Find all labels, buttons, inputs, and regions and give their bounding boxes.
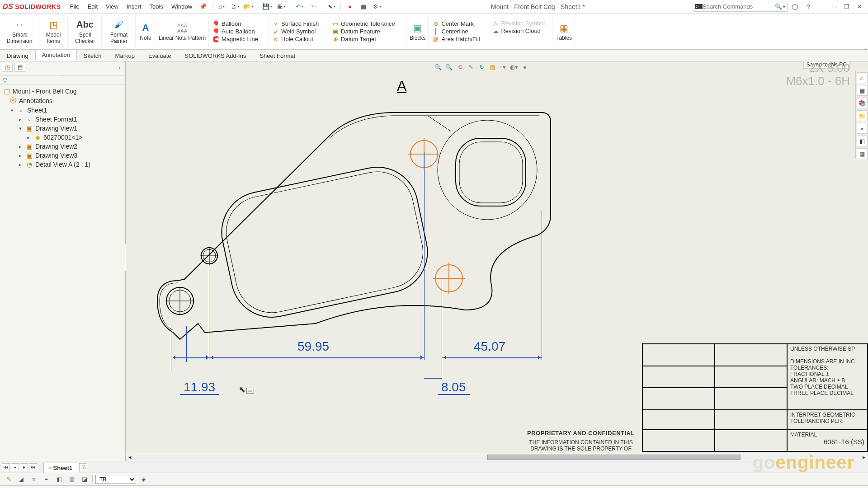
center-mark-button[interactable]: ⊕Center Mark: [432, 20, 474, 28]
restore-inner-button[interactable]: ▭: [828, 2, 840, 12]
dimension-3[interactable]: 8.05: [438, 380, 470, 394]
next-sheet-button[interactable]: ▸: [20, 463, 28, 471]
weld-symbol-button[interactable]: ↙Weld Symbol: [272, 28, 316, 35]
tab-evaluate[interactable]: Evaluate: [142, 50, 178, 61]
pin-icon[interactable]: 📌: [197, 2, 209, 12]
select-button[interactable]: ⬉: [325, 2, 338, 12]
save-button[interactable]: 💾: [261, 2, 274, 12]
property-tab[interactable]: ▤: [14, 63, 25, 72]
grid-button[interactable]: ▦: [357, 2, 370, 12]
tables-button[interactable]: ▦ Tables: [553, 16, 575, 47]
section-view-icon[interactable]: ✎: [466, 62, 476, 72]
line-format-icon[interactable]: ✎: [4, 475, 14, 484]
hide-show-icon[interactable]: ▦: [487, 62, 497, 72]
drawing-canvas[interactable]: Saved to this PC 2X 5.00 M6x1.0 - 6H 🔍 🔍…: [126, 61, 868, 461]
menu-window[interactable]: Window: [168, 2, 196, 11]
layer-select[interactable]: TB: [95, 475, 136, 484]
line-thickness-icon[interactable]: ≡: [29, 475, 39, 484]
note-button[interactable]: A Note: [137, 16, 155, 47]
datum-target-button[interactable]: ⊕Datum Target: [332, 36, 376, 43]
tree-sheet-format[interactable]: ▸▫Sheet Format1: [1, 115, 124, 124]
tree-part-ref[interactable]: ▸◆60270001<1>: [1, 133, 124, 142]
line-style-icon[interactable]: ┅: [42, 475, 52, 484]
edit-scene-icon[interactable]: ▫▾: [498, 62, 508, 72]
3d-view-icon[interactable]: ●: [520, 62, 530, 72]
tree-drawing-view2[interactable]: ▸▣Drawing View2: [1, 142, 124, 151]
auto-balloon-button[interactable]: 🎈Auto Balloon: [212, 28, 255, 35]
restore-button[interactable]: ❐: [841, 2, 853, 12]
model-items-button[interactable]: ◳ Model Items: [39, 16, 68, 47]
minimize-button[interactable]: —: [816, 2, 827, 12]
surface-finish-button[interactable]: √Surface Finish: [272, 20, 319, 28]
tab-sheet-format[interactable]: Sheet Format: [253, 50, 302, 61]
format-painter-button[interactable]: 🖌 Format Painter: [103, 16, 136, 47]
view-setting-icon[interactable]: ◐▾: [509, 62, 519, 72]
home-tab-icon[interactable]: ⌂: [857, 72, 868, 83]
dimension-2[interactable]: 59.95: [297, 339, 329, 354]
collapse-ribbon-icon[interactable]: ˆ: [864, 49, 866, 55]
dimension-1[interactable]: 11.93: [180, 380, 219, 394]
hole-callout-button[interactable]: ⌀Hole Callout: [272, 36, 313, 43]
menu-tools[interactable]: Tools: [146, 2, 167, 11]
sheet1-tab[interactable]: ▫Sheet1: [43, 463, 78, 473]
smart-dimension-button[interactable]: ↔ Smart Dimension: [1, 16, 38, 47]
prev-sheet-button[interactable]: ◂: [11, 463, 19, 471]
tab-drawing[interactable]: Drawing: [0, 50, 35, 61]
tree-drawing-view1[interactable]: ▾▣Drawing View1: [1, 124, 124, 133]
tree-drawing-view3[interactable]: ▸▣Drawing View3: [1, 151, 124, 160]
feature-tree-tab[interactable]: ◳: [2, 63, 13, 72]
new-button[interactable]: 🗋: [229, 2, 241, 12]
datum-feature-button[interactable]: ▣Datum Feature: [332, 28, 380, 35]
balloon-button[interactable]: 🎈Balloon: [212, 20, 241, 28]
detail-label-a[interactable]: A: [397, 78, 406, 94]
help-icon[interactable]: ?: [802, 2, 815, 12]
hide-show-edge-icon[interactable]: ◧: [54, 475, 64, 484]
close-button[interactable]: ✕: [854, 2, 865, 12]
add-sheet-button[interactable]: ◲: [79, 463, 87, 471]
undo-button[interactable]: ↶: [293, 2, 306, 12]
tab-markup[interactable]: Markup: [108, 50, 142, 61]
prev-view-icon[interactable]: ⟲: [455, 62, 465, 72]
zoom-fit-icon[interactable]: 🔍: [433, 62, 443, 72]
search-input[interactable]: [703, 3, 775, 10]
resources-tab-icon[interactable]: ▤: [857, 85, 868, 96]
last-sheet-button[interactable]: ⏭: [29, 463, 37, 471]
appearances-icon[interactable]: ◧: [857, 136, 868, 146]
revision-symbol-button[interactable]: △Revision Symbol: [492, 20, 545, 27]
options-button[interactable]: ⚙: [371, 2, 383, 12]
spell-checker-button[interactable]: Abc Spell Checker: [69, 16, 102, 47]
dimension-4[interactable]: 45.07: [474, 339, 505, 354]
magnetic-line-button[interactable]: 🧲Magnetic Line: [212, 36, 258, 43]
menu-insert[interactable]: Insert: [123, 2, 145, 11]
area-hatch-button[interactable]: ▨Area Hatch/Fill: [432, 36, 480, 43]
tree-sheet[interactable]: ▾▫Sheet1: [1, 106, 124, 115]
menu-file[interactable]: File: [66, 2, 83, 11]
tab-sketch[interactable]: Sketch: [77, 50, 108, 61]
open-button[interactable]: 📂: [242, 2, 255, 12]
tree-root[interactable]: ◳Mount - Front Belt Cog: [1, 87, 124, 96]
line-color-icon[interactable]: ◢: [16, 475, 26, 484]
view-palette-icon[interactable]: ●: [857, 123, 868, 134]
redo-button[interactable]: ↷: [307, 2, 319, 12]
print-button[interactable]: 🖶: [274, 2, 287, 12]
design-library-icon[interactable]: 📚: [857, 98, 868, 108]
geometric-tolerance-button[interactable]: ▭Geometric Tolerance: [332, 20, 395, 28]
display-style-icon[interactable]: ↻: [476, 62, 486, 72]
tree-detail-view[interactable]: ▸◔Detail View A (2 : 1): [1, 160, 124, 169]
custom-props-icon[interactable]: ▦: [857, 148, 868, 159]
color-display-icon[interactable]: ▥: [67, 475, 77, 484]
expand-panel-icon[interactable]: ›: [118, 64, 123, 71]
revision-cloud-button[interactable]: ☁Revision Cloud: [492, 28, 540, 35]
search-icon[interactable]: 🔍: [775, 3, 782, 10]
file-explorer-icon[interactable]: 📁: [857, 110, 868, 121]
user-icon[interactable]: ◯: [788, 2, 801, 12]
menu-edit[interactable]: Edit: [84, 2, 101, 11]
first-sheet-button[interactable]: ⏮: [2, 463, 10, 471]
tree-annotations[interactable]: ⒶAnnotations: [1, 96, 124, 106]
menu-view[interactable]: View: [102, 2, 122, 11]
zoom-area-icon[interactable]: 🔍: [444, 62, 454, 72]
search-commands[interactable]: >_ 🔍 ▾: [693, 2, 788, 12]
layer-props-icon[interactable]: ◪: [80, 475, 90, 484]
tab-addins[interactable]: SOLIDWORKS Add-Ins: [178, 50, 253, 61]
layer-visibility-icon[interactable]: ◈: [139, 475, 149, 484]
